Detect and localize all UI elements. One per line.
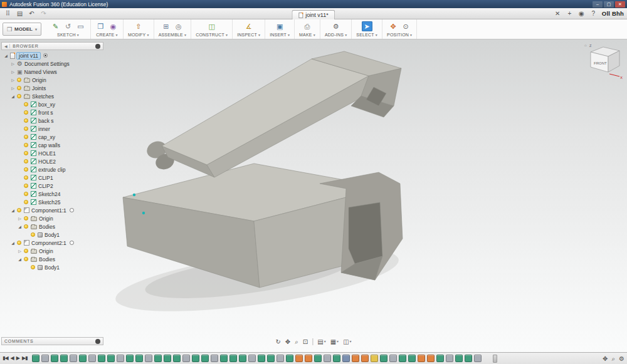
toolbar-group-label[interactable]: ADD-INS▾ xyxy=(325,33,347,37)
tree-row-inner[interactable]: inner xyxy=(1,125,103,133)
visibility-bulb-icon[interactable] xyxy=(24,135,28,139)
activate-component-radio[interactable] xyxy=(70,208,74,212)
zoom-icon[interactable]: ⌕ xyxy=(295,337,298,346)
toolbar-group-label[interactable]: SELECT▾ xyxy=(356,33,377,37)
tree-row-body1[interactable]: Body1 xyxy=(1,231,103,239)
toolbar-group-label[interactable]: MODIFY▾ xyxy=(128,33,149,37)
tree-row-sketch24[interactable]: Sketch24 xyxy=(1,190,103,198)
timeline-feature-extrude-48[interactable] xyxy=(474,355,482,362)
account-icon[interactable]: ◉ xyxy=(577,9,586,18)
activate-component-radio[interactable] xyxy=(70,241,74,245)
tree-row-named-views[interactable]: ▷Named Views xyxy=(1,68,103,76)
tree-row-box-xy[interactable]: box_xy xyxy=(1,100,103,108)
visibility-bulb-icon[interactable] xyxy=(17,241,21,245)
create-sketch-icon[interactable]: ✎ xyxy=(50,21,61,31)
visibility-bulb-icon[interactable] xyxy=(24,249,28,253)
timeline-feature-joint-35[interactable] xyxy=(352,355,359,362)
visibility-bulb-icon[interactable] xyxy=(31,232,35,237)
timeline-feature-extrude-7[interactable] xyxy=(88,355,96,362)
timeline-feature-sketch-31[interactable] xyxy=(314,355,322,362)
tree-row-bodies[interactable]: ◢Bodies xyxy=(1,255,103,263)
activate-component-radio[interactable] xyxy=(43,53,48,58)
tree-collapse-icon[interactable]: ◢ xyxy=(3,53,9,58)
visibility-bulb-icon[interactable] xyxy=(24,257,28,261)
timeline-feature-sketch-21[interactable] xyxy=(220,355,228,362)
model-face-sketch-point-1[interactable] xyxy=(133,194,135,196)
timeline-feature-sketch-25[interactable] xyxy=(258,355,265,362)
timeline-feature-sketch-41[interactable] xyxy=(408,355,416,362)
browser-collapse-icon[interactable]: ◀ xyxy=(4,44,10,48)
timeline-feature-extrude-45[interactable] xyxy=(446,355,453,362)
viewports-icon[interactable]: ◫▾ xyxy=(343,337,351,346)
timeline-feature-extrude-5[interactable] xyxy=(70,355,77,362)
tree-expand-icon[interactable]: ▷ xyxy=(17,216,23,221)
visibility-bulb-icon[interactable] xyxy=(17,78,21,82)
timeline-feature-extrude-17[interactable] xyxy=(182,355,190,362)
toolbar-group-label[interactable]: INSERT▾ xyxy=(270,33,290,37)
sketch-project-icon[interactable]: ↺ xyxy=(63,21,73,31)
timeline-feature-sketch-44[interactable] xyxy=(436,355,444,362)
tree-expand-icon[interactable]: ▷ xyxy=(10,61,16,66)
go-to-end-button[interactable]: ▶▮ xyxy=(22,353,28,364)
visibility-bulb-icon[interactable] xyxy=(24,151,28,155)
tree-row-bodies[interactable]: ◢Bodies xyxy=(1,222,103,231)
visibility-bulb-icon[interactable] xyxy=(17,94,21,98)
timeline-feature-joint-36[interactable] xyxy=(361,355,369,362)
timeline-feature-sketch-15[interactable] xyxy=(164,355,171,362)
capture-position-icon[interactable]: ⊙ xyxy=(401,21,411,31)
document-tab[interactable]: joint v11* xyxy=(292,10,335,19)
toolbar-group-label[interactable]: SKETCH▾ xyxy=(57,33,79,37)
timeline-feature-sketch-3[interactable] xyxy=(51,355,58,362)
timeline-feature-sketch-46[interactable] xyxy=(455,355,463,362)
close-button[interactable]: ✕ xyxy=(615,1,625,8)
create-extrude-icon[interactable]: ❒ xyxy=(95,21,106,31)
tree-collapse-icon[interactable]: ◢ xyxy=(17,257,23,261)
help-icon[interactable]: ? xyxy=(589,9,598,18)
toolbar-group-label[interactable]: INSPECT▾ xyxy=(237,33,260,37)
tree-row-sketch25[interactable]: Sketch25 xyxy=(1,198,103,206)
construct-plane-icon[interactable]: ◫ xyxy=(206,21,217,31)
tree-row-sketches[interactable]: ◢Sketches xyxy=(1,92,103,100)
timeline-feature-sketch-40[interactable] xyxy=(399,355,406,362)
tree-collapse-icon[interactable]: ◢ xyxy=(10,94,16,98)
viewcube-home-icon[interactable]: ⌂ xyxy=(584,43,587,47)
insert-canvas-icon[interactable]: ▣ xyxy=(275,21,285,31)
tree-expand-icon[interactable]: ▷ xyxy=(10,78,16,82)
undo-icon[interactable]: ↶ xyxy=(27,9,36,18)
toolbar-group-label[interactable]: MAKE▾ xyxy=(299,33,315,37)
tree-collapse-icon[interactable]: ◢ xyxy=(10,241,16,245)
visibility-bulb-icon[interactable] xyxy=(24,192,28,196)
timeline-feature-joint-30[interactable] xyxy=(305,355,312,362)
timeline-feature-sketch-12[interactable] xyxy=(135,355,143,362)
display-settings-icon[interactable]: ▤▾ xyxy=(317,337,325,346)
visibility-bulb-icon[interactable] xyxy=(17,86,21,90)
timeline-feature-sketch-14[interactable] xyxy=(154,355,162,362)
tree-row-hole1[interactable]: HOLE1 xyxy=(1,149,103,157)
timeline-feature-extrude-39[interactable] xyxy=(389,355,397,362)
orbit-icon[interactable]: ↻ xyxy=(275,337,280,346)
toolbar-group-label[interactable]: CREATE▾ xyxy=(96,33,117,37)
visibility-bulb-icon[interactable] xyxy=(17,208,21,212)
timeline-feature-extrude-32[interactable] xyxy=(324,355,331,362)
timeline-feature-sketch-4[interactable] xyxy=(60,355,68,362)
tree-row-document-settings[interactable]: ▷Document Settings xyxy=(1,60,103,68)
new-tab-icon[interactable]: + xyxy=(565,9,574,18)
tree-row-origin[interactable]: ▷Origin xyxy=(1,76,103,84)
tree-collapse-icon[interactable]: ◢ xyxy=(10,208,16,212)
save-icon[interactable]: ▤ xyxy=(15,9,24,18)
tree-row-origin[interactable]: ▷Origin xyxy=(1,214,103,222)
press-pull-icon[interactable]: ⇧ xyxy=(133,21,144,31)
tree-collapse-icon[interactable]: ◢ xyxy=(17,224,23,229)
timeline-feature-joint-42[interactable] xyxy=(418,355,425,362)
timeline-feature-sketch-18[interactable] xyxy=(192,355,199,362)
visibility-bulb-icon[interactable] xyxy=(31,265,35,269)
timeline-feature-sketch-16[interactable] xyxy=(173,355,181,362)
timeline-feature-sketch-11[interactable] xyxy=(126,355,134,362)
fit-icon[interactable]: ⊡ xyxy=(303,337,308,346)
tree-row-cap-xy[interactable]: cap_xy xyxy=(1,133,103,141)
tree-row-joint-v11[interactable]: ◢joint v11 xyxy=(1,51,103,60)
visibility-bulb-icon[interactable] xyxy=(24,184,28,188)
timeline-feature-sketch-8[interactable] xyxy=(98,355,105,362)
visibility-bulb-icon[interactable] xyxy=(24,159,28,164)
toolbar-group-label[interactable]: POSITION▾ xyxy=(387,33,412,37)
